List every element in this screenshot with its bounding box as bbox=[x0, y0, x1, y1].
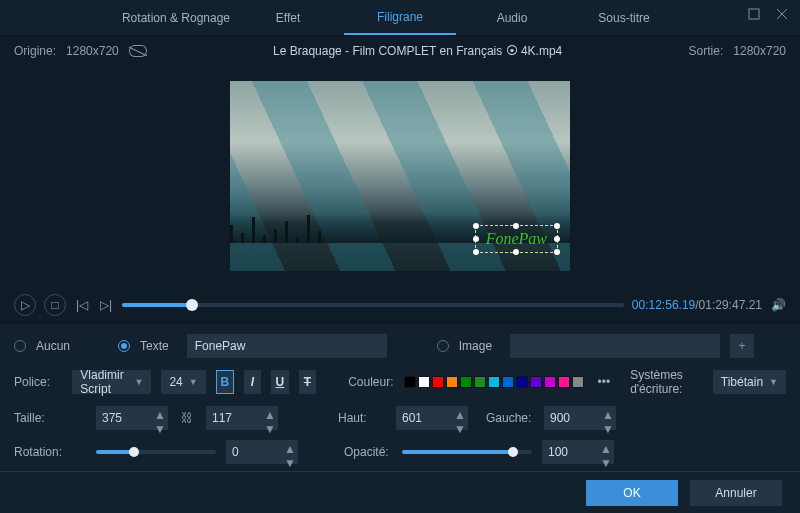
radio-none-label: Aucun bbox=[36, 339, 70, 353]
font-size-select[interactable]: 24▼ bbox=[161, 370, 205, 394]
watermark-bounding-box[interactable]: FonePaw bbox=[475, 225, 558, 253]
seek-slider[interactable] bbox=[122, 303, 624, 307]
stop-button[interactable]: □ bbox=[44, 294, 66, 316]
more-colors-button[interactable]: ••• bbox=[598, 375, 611, 389]
color-swatch[interactable] bbox=[418, 376, 430, 388]
chevron-down-icon: ▼ bbox=[134, 377, 143, 387]
script-label: Systèmes d'écriture: bbox=[630, 368, 703, 396]
rotation-label: Rotation: bbox=[14, 445, 86, 459]
watermark-preview-text: FonePaw bbox=[486, 230, 547, 247]
color-swatch[interactable] bbox=[404, 376, 416, 388]
origin-value: 1280x720 bbox=[66, 44, 119, 58]
tab-subtitle[interactable]: Sous-titre bbox=[568, 0, 680, 35]
output-label: Sortie: bbox=[689, 44, 724, 58]
color-swatch[interactable] bbox=[572, 376, 584, 388]
color-label: Couleur: bbox=[348, 375, 393, 389]
color-swatch[interactable] bbox=[474, 376, 486, 388]
play-button[interactable]: ▷ bbox=[14, 294, 36, 316]
video-preview: FonePaw bbox=[0, 66, 800, 286]
opacity-label: Opacité: bbox=[344, 445, 392, 459]
strike-button[interactable]: T bbox=[299, 370, 316, 394]
color-swatch[interactable] bbox=[516, 376, 528, 388]
prev-frame-button[interactable]: |◁ bbox=[74, 294, 90, 316]
radio-image[interactable] bbox=[437, 340, 449, 352]
svg-rect-0 bbox=[749, 9, 759, 19]
rotation-input[interactable]: 0▲▼ bbox=[226, 440, 298, 464]
output-value: 1280x720 bbox=[733, 44, 786, 58]
video-frame[interactable]: FonePaw bbox=[230, 81, 570, 271]
color-swatch[interactable] bbox=[488, 376, 500, 388]
italic-button[interactable]: I bbox=[244, 370, 261, 394]
width-input[interactable]: 375▲▼ bbox=[96, 406, 168, 430]
height-input[interactable]: 117▲▼ bbox=[206, 406, 278, 430]
playback-controls: ▷ □ |◁ ▷| 00:12:56.19/01:29:47.21 🔊 bbox=[0, 286, 800, 324]
radio-image-label: Image bbox=[459, 339, 492, 353]
cancel-button[interactable]: Annuler bbox=[690, 480, 782, 506]
color-swatch[interactable] bbox=[544, 376, 556, 388]
visibility-toggle-icon[interactable] bbox=[129, 45, 147, 57]
main-tabs: Rotation & Rognage Effet Filigrane Audio… bbox=[0, 0, 800, 36]
top-label: Haut: bbox=[338, 411, 386, 425]
tab-audio[interactable]: Audio bbox=[456, 0, 568, 35]
opacity-slider[interactable] bbox=[402, 450, 532, 454]
bold-button[interactable]: B bbox=[216, 370, 234, 394]
radio-text[interactable] bbox=[118, 340, 130, 352]
add-image-button[interactable]: + bbox=[730, 334, 754, 358]
tab-rotation[interactable]: Rotation & Rognage bbox=[120, 0, 232, 35]
minimize-button[interactable] bbox=[744, 6, 764, 22]
color-swatch[interactable] bbox=[530, 376, 542, 388]
tab-effect[interactable]: Effet bbox=[232, 0, 344, 35]
time-display: 00:12:56.19/01:29:47.21 bbox=[632, 298, 762, 312]
tab-filigrane[interactable]: Filigrane bbox=[344, 0, 456, 35]
ok-button[interactable]: OK bbox=[586, 480, 678, 506]
watermark-text-input[interactable] bbox=[187, 334, 387, 358]
link-dimensions-icon[interactable]: ⛓ bbox=[178, 411, 196, 425]
script-select[interactable]: Tibétain▼ bbox=[713, 370, 786, 394]
dialog-footer: OK Annuler bbox=[0, 471, 800, 513]
color-swatch[interactable] bbox=[432, 376, 444, 388]
top-input[interactable]: 601▲▼ bbox=[396, 406, 468, 430]
origin-label: Origine: bbox=[14, 44, 56, 58]
left-label: Gauche: bbox=[486, 411, 534, 425]
radio-none[interactable] bbox=[14, 340, 26, 352]
rotation-slider[interactable] bbox=[96, 450, 216, 454]
info-bar: Origine: 1280x720 Le Braquage - Film COM… bbox=[0, 36, 800, 66]
opacity-input[interactable]: 100▲▼ bbox=[542, 440, 614, 464]
filename: Le Braquage - Film COMPLET en Français ⦿… bbox=[157, 44, 679, 58]
underline-button[interactable]: U bbox=[271, 370, 288, 394]
left-input[interactable]: 900▲▼ bbox=[544, 406, 616, 430]
font-select[interactable]: Vladimir Script▼ bbox=[72, 370, 151, 394]
radio-text-label: Texte bbox=[140, 339, 169, 353]
size-label: Taille: bbox=[14, 411, 86, 425]
chevron-down-icon: ▼ bbox=[769, 377, 778, 387]
watermark-image-input[interactable] bbox=[510, 334, 720, 358]
color-swatch[interactable] bbox=[446, 376, 458, 388]
color-swatch[interactable] bbox=[558, 376, 570, 388]
color-swatch[interactable] bbox=[460, 376, 472, 388]
volume-icon[interactable]: 🔊 bbox=[770, 294, 786, 316]
color-swatch[interactable] bbox=[502, 376, 514, 388]
font-label: Police: bbox=[14, 375, 62, 389]
color-swatches bbox=[404, 376, 584, 388]
next-frame-button[interactable]: ▷| bbox=[98, 294, 114, 316]
close-button[interactable] bbox=[772, 6, 792, 22]
chevron-down-icon: ▼ bbox=[189, 377, 198, 387]
